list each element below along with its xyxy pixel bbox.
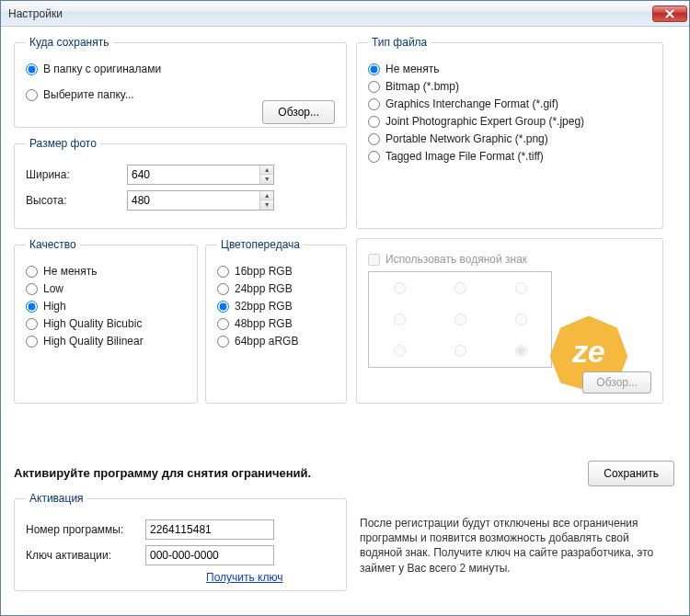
radio-type-tiff[interactable] xyxy=(368,151,380,163)
wm-pos-1 xyxy=(454,282,466,294)
radio-type-jpeg[interactable] xyxy=(368,116,380,128)
wm-pos-4 xyxy=(454,314,466,325)
radio-save-choose[interactable] xyxy=(26,89,38,101)
quality-group: Качество Не менять Low High High Quality… xyxy=(14,238,198,404)
wm-pos-5 xyxy=(515,314,527,325)
radio-type-png-label: Portable Network Graphic (*.png) xyxy=(385,132,548,145)
wm-pos-2 xyxy=(515,282,527,294)
width-spinner[interactable]: ▲▼ xyxy=(127,165,274,185)
activation-legend: Активация xyxy=(26,492,87,505)
window-title: Настройки xyxy=(8,7,63,20)
width-label: Ширина: xyxy=(26,168,127,181)
radio-type-bmp[interactable] xyxy=(368,81,380,93)
wm-pos-6 xyxy=(394,345,406,357)
radio-color-16-label: 16bpp RGB xyxy=(235,265,293,278)
radio-color-48[interactable] xyxy=(217,318,229,330)
height-up-icon[interactable]: ▲ xyxy=(260,191,273,200)
activation-group: Активация Номер программы: Ключ активаци… xyxy=(14,492,347,591)
radio-quality-keep-label: Не менять xyxy=(43,265,97,278)
wm-pos-8 xyxy=(515,345,527,357)
radio-quality-low-label: Low xyxy=(43,282,63,295)
watermark-group: Использовать водяной знак xyxy=(356,238,663,404)
watermark-position-grid xyxy=(368,271,552,368)
program-id-label: Номер программы: xyxy=(26,523,145,536)
radio-color-32[interactable] xyxy=(217,301,229,313)
height-down-icon[interactable]: ▼ xyxy=(260,200,273,210)
file-type-legend: Тип файла xyxy=(368,36,431,49)
height-input[interactable] xyxy=(128,192,259,209)
radio-color-64[interactable] xyxy=(217,336,229,348)
radio-quality-high-label: High xyxy=(43,300,66,313)
radio-color-48-label: 48bpp RGB xyxy=(235,317,293,330)
radio-quality-bicubic[interactable] xyxy=(26,318,38,330)
radio-type-bmp-label: Bitmap (*.bmp) xyxy=(385,80,459,93)
close-button[interactable] xyxy=(652,6,687,22)
watermark-browse-button: Обзор... xyxy=(582,371,651,394)
activate-banner: Активируйте программу для снятия огранич… xyxy=(14,466,311,480)
radio-color-64-label: 64bpp aRGB xyxy=(235,335,298,348)
close-icon xyxy=(665,9,674,18)
save-button[interactable]: Сохранить xyxy=(588,461,674,486)
radio-color-32-label: 32bpp RGB xyxy=(235,300,293,313)
color-depth-legend: Цветопередача xyxy=(217,238,304,251)
registration-info-text: После регистрации будут отключены все ог… xyxy=(360,516,669,576)
wm-pos-0 xyxy=(394,282,406,294)
photo-size-legend: Размер фото xyxy=(26,137,100,150)
width-up-icon[interactable]: ▲ xyxy=(260,165,273,175)
radio-type-keep[interactable] xyxy=(368,63,380,75)
radio-save-originals[interactable] xyxy=(26,63,38,75)
radio-type-png[interactable] xyxy=(368,133,380,145)
watermark-label: Использовать водяной знак xyxy=(385,253,527,266)
activation-key-label: Ключ активации: xyxy=(26,549,145,562)
titlebar: Настройки xyxy=(1,1,689,27)
radio-quality-low[interactable] xyxy=(26,283,38,295)
radio-color-16[interactable] xyxy=(217,266,229,278)
settings-window: Настройки Куда сохранять В папку с ориги… xyxy=(0,0,690,616)
quality-legend: Качество xyxy=(26,238,80,251)
radio-type-tiff-label: Tagged Image File Format (*.tiff) xyxy=(385,150,544,163)
wm-pos-7 xyxy=(454,345,466,357)
radio-color-24-label: 24bpp RGB xyxy=(235,282,293,295)
radio-save-choose-label: Выберите папку... xyxy=(43,88,134,101)
save-location-legend: Куда сохранять xyxy=(26,36,113,49)
radio-color-24[interactable] xyxy=(217,283,229,295)
radio-type-gif[interactable] xyxy=(368,98,380,110)
photo-size-group: Размер фото Ширина: ▲▼ Высота: ▲▼ xyxy=(14,137,347,229)
radio-quality-bilinear[interactable] xyxy=(26,336,38,348)
width-down-icon[interactable]: ▼ xyxy=(260,175,273,184)
svg-text:ze: ze xyxy=(571,335,604,369)
height-label: Высота: xyxy=(26,194,127,207)
radio-type-keep-label: Не менять xyxy=(385,63,439,75)
program-id-field[interactable] xyxy=(145,519,274,540)
file-type-group: Тип файла Не менять Bitmap (*.bmp) Graph… xyxy=(356,36,663,229)
browse-folder-button[interactable]: Обзор... xyxy=(262,100,335,124)
radio-quality-keep[interactable] xyxy=(26,266,38,278)
wm-pos-3 xyxy=(394,314,406,325)
radio-quality-bilinear-label: High Quality Bilinear xyxy=(43,335,144,348)
get-key-link[interactable]: Получить ключ xyxy=(206,571,282,584)
radio-quality-high[interactable] xyxy=(26,301,38,313)
height-spinner[interactable]: ▲▼ xyxy=(127,190,274,211)
save-location-group: Куда сохранять В папку с оригиналами Выб… xyxy=(14,36,347,128)
watermark-checkbox xyxy=(368,254,380,266)
activation-key-field[interactable] xyxy=(145,545,274,565)
color-depth-group: Цветопередача 16bpp RGB 24bpp RGB 32bpp … xyxy=(205,238,347,404)
radio-save-originals-label: В папку с оригиналами xyxy=(43,63,161,75)
radio-quality-bicubic-label: High Quality Bicubic xyxy=(43,317,142,330)
radio-type-jpeg-label: Joint Photographic Expert Group (*.jpeg) xyxy=(385,115,584,128)
radio-type-gif-label: Graphics Interchange Format (*.gif) xyxy=(385,97,558,110)
width-input[interactable] xyxy=(128,166,259,183)
client-area: Куда сохранять В папку с оригиналами Выб… xyxy=(1,27,689,615)
